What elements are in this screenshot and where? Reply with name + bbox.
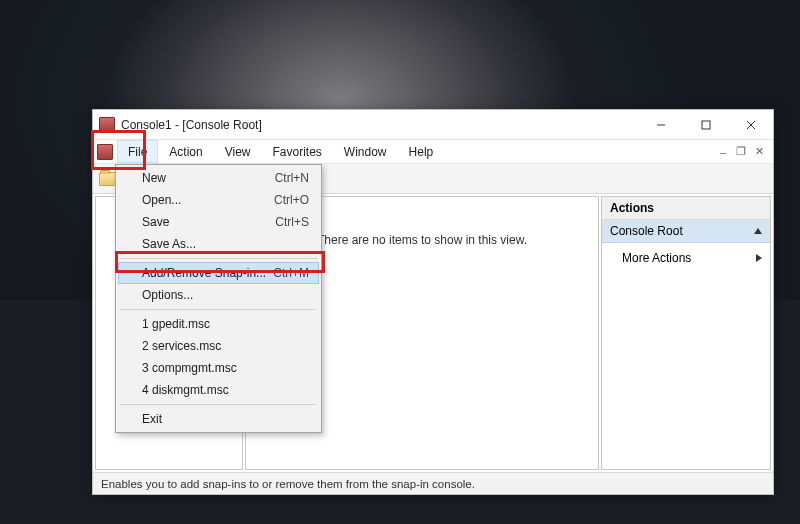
file-menu-recent-3[interactable]: 3 compmgmt.msc — [118, 357, 319, 379]
mmc-app-icon — [99, 117, 115, 133]
shortcut: Ctrl+N — [275, 171, 309, 185]
minimize-button[interactable] — [638, 110, 683, 139]
svg-rect-1 — [702, 121, 710, 129]
actions-header: Actions — [602, 197, 770, 220]
menu-help[interactable]: Help — [398, 140, 445, 163]
menu-window[interactable]: Window — [333, 140, 398, 163]
mdi-close-icon[interactable]: ✕ — [753, 145, 765, 158]
close-button[interactable] — [728, 110, 773, 139]
file-menu-save-label: Save — [142, 215, 169, 229]
menu-file[interactable]: File — [117, 140, 158, 163]
file-menu-exit[interactable]: Exit — [118, 408, 319, 430]
shortcut: Ctrl+S — [275, 215, 309, 229]
file-menu-add-remove-snapin[interactable]: Add/Remove Snap-in... Ctrl+M — [118, 262, 319, 284]
empty-view-text: There are no items to show in this view. — [317, 233, 527, 247]
file-menu-options[interactable]: Options... — [118, 284, 319, 306]
menu-action[interactable]: Action — [158, 140, 213, 163]
mdi-restore-icon[interactable]: ❐ — [735, 145, 747, 158]
submenu-arrow-icon — [756, 254, 762, 262]
file-menu-open-label: Open... — [142, 193, 181, 207]
menu-separator — [120, 258, 317, 259]
file-menu-recent-2[interactable]: 2 services.msc — [118, 335, 319, 357]
actions-more[interactable]: More Actions — [602, 243, 770, 273]
menubar: File Action View Favorites Window Help –… — [93, 140, 773, 164]
menu-view[interactable]: View — [214, 140, 262, 163]
maximize-button[interactable] — [683, 110, 728, 139]
actions-root[interactable]: Console Root — [602, 220, 770, 243]
file-menu-save[interactable]: Save Ctrl+S — [118, 211, 319, 233]
file-menu-new[interactable]: New Ctrl+N — [118, 167, 319, 189]
shortcut: Ctrl+M — [273, 266, 309, 280]
actions-pane: Actions Console Root More Actions — [601, 196, 771, 470]
mdi-minimize-icon[interactable]: – — [717, 146, 729, 158]
file-menu-snapin-label: Add/Remove Snap-in... — [142, 266, 266, 280]
menu-separator — [120, 404, 317, 405]
file-menu-recent-4[interactable]: 4 diskmgmt.msc — [118, 379, 319, 401]
mdi-system-icon[interactable] — [97, 144, 113, 160]
status-text: Enables you to add snap-ins to or remove… — [101, 478, 475, 490]
menu-favorites[interactable]: Favorites — [262, 140, 333, 163]
titlebar: Console1 - [Console Root] — [93, 110, 773, 140]
mmc-window: Console1 - [Console Root] File Action Vi… — [92, 109, 774, 495]
file-menu-saveas-label: Save As... — [142, 237, 196, 251]
file-menu-new-label: New — [142, 171, 166, 185]
file-menu-recent-1[interactable]: 1 gpedit.msc — [118, 313, 319, 335]
actions-root-label: Console Root — [610, 224, 683, 238]
shortcut: Ctrl+O — [274, 193, 309, 207]
window-title: Console1 - [Console Root] — [121, 118, 638, 132]
menu-separator — [120, 309, 317, 310]
collapse-icon — [754, 228, 762, 234]
file-menu-open[interactable]: Open... Ctrl+O — [118, 189, 319, 211]
file-menu-options-label: Options... — [142, 288, 193, 302]
statusbar: Enables you to add snap-ins to or remove… — [93, 472, 773, 494]
actions-more-label: More Actions — [622, 251, 691, 265]
file-menu-dropdown: New Ctrl+N Open... Ctrl+O Save Ctrl+S Sa… — [115, 164, 322, 433]
file-menu-saveas[interactable]: Save As... — [118, 233, 319, 255]
